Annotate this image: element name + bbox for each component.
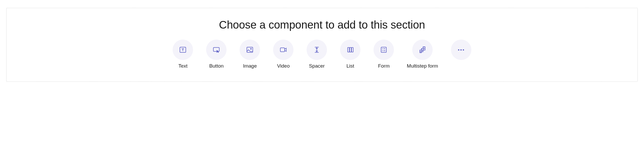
component-label: Form xyxy=(378,63,389,69)
button-icon xyxy=(206,40,227,60)
component-label: Button xyxy=(209,63,224,69)
component-label: Text xyxy=(178,63,188,69)
component-option-button[interactable]: Button xyxy=(206,40,227,69)
section-dropzone: Choose a component to add to this sectio… xyxy=(6,8,638,82)
component-label: List xyxy=(347,63,354,69)
svg-point-12 xyxy=(382,48,383,49)
more-icon xyxy=(451,40,471,60)
component-option-form[interactable]: Form xyxy=(373,40,394,69)
spacer-icon xyxy=(307,40,327,60)
component-options-row: Text Button Image xyxy=(172,40,471,69)
component-option-video[interactable]: Video xyxy=(273,40,294,69)
component-label: Video xyxy=(277,63,290,69)
text-icon xyxy=(173,40,193,60)
list-icon xyxy=(340,40,360,60)
component-option-list[interactable]: List xyxy=(340,40,361,69)
image-icon xyxy=(240,40,260,60)
svg-rect-9 xyxy=(350,47,351,52)
component-option-spacer[interactable]: Spacer xyxy=(306,40,327,69)
component-label: Image xyxy=(243,63,257,69)
component-option-more[interactable] xyxy=(451,40,472,60)
svg-rect-4 xyxy=(280,48,285,52)
component-label: Multistep form xyxy=(407,63,438,69)
component-option-text[interactable]: Text xyxy=(172,40,193,69)
form-icon xyxy=(374,40,394,60)
video-icon xyxy=(273,40,293,60)
component-option-image[interactable]: Image xyxy=(239,40,260,69)
svg-rect-8 xyxy=(348,47,349,52)
svg-rect-1 xyxy=(213,47,219,51)
multistep-form-icon xyxy=(412,40,433,60)
svg-rect-18 xyxy=(420,50,422,52)
svg-rect-10 xyxy=(352,47,353,52)
svg-point-14 xyxy=(382,50,383,51)
svg-point-3 xyxy=(251,48,252,49)
svg-rect-11 xyxy=(381,47,386,52)
component-label: Spacer xyxy=(309,63,325,69)
component-option-multistep-form[interactable]: Multistep form xyxy=(407,40,438,69)
section-heading: Choose a component to add to this sectio… xyxy=(219,19,425,31)
